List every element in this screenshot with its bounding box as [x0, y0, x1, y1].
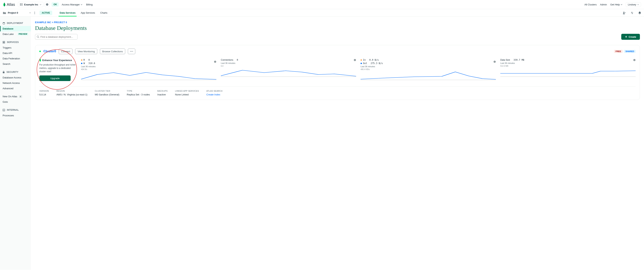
status-ok-badge: OK: [52, 3, 59, 7]
sidebar-item-search[interactable]: Search: [0, 61, 31, 67]
meta-atlas-search: ATLAS SEARCH Create Index: [206, 90, 222, 96]
tab-data-services[interactable]: Data Services: [60, 9, 76, 17]
dots-vertical-icon: [34, 12, 35, 14]
sidebar-section-services: SERVICES: [0, 39, 31, 45]
internal-icon: [2, 109, 5, 111]
sparkline-connections: [221, 67, 356, 77]
sparkline-size: [500, 67, 636, 77]
sidebar-item-data-lake[interactable]: Data Lake PREVIEW: [0, 31, 31, 37]
preview-badge: PREVIEW: [18, 33, 28, 36]
svg-point-10: [3, 22, 5, 23]
count-badge: 4: [19, 95, 22, 98]
sparkline-rw: [81, 71, 216, 80]
gear-icon: [46, 3, 48, 6]
svg-point-18: [132, 51, 133, 52]
dots-horizontal-icon: [130, 51, 133, 52]
bell-icon[interactable]: [638, 11, 641, 14]
sidebar-item-processes[interactable]: Processes: [0, 113, 31, 118]
org-settings-button[interactable]: [44, 2, 50, 7]
deployment-search-input[interactable]: [40, 36, 76, 38]
main-content: EXAMPLE INC > PROJECT 0 Database Deploym…: [31, 17, 644, 270]
database-icon: [2, 22, 5, 25]
project-status-badge: ACTIVE: [40, 11, 52, 15]
project-name: Project 0: [8, 11, 18, 14]
project-selector[interactable]: Project 0: [3, 11, 31, 14]
info-icon[interactable]: [354, 59, 356, 61]
sidebar-section-deployment: DEPLOYMENT: [0, 20, 31, 26]
svg-rect-13: [3, 72, 4, 73]
sidebar-item-new-on-atlas[interactable]: New On Atlas 4: [0, 94, 31, 99]
cluster-more-button[interactable]: [128, 49, 135, 54]
sidebar-section-security: SECURITY: [0, 69, 31, 75]
cluster-status-dot: [39, 51, 41, 52]
metric-io: In 0.0 B/s Out 275.3 B/s Last 36 minutes…: [360, 59, 496, 81]
svg-point-7: [34, 13, 35, 13]
svg-point-8: [34, 14, 35, 14]
create-button[interactable]: Create: [621, 34, 640, 40]
leaf-icon: [3, 3, 6, 7]
user-menu[interactable]: Lindsey: [626, 2, 641, 7]
info-icon[interactable]: [633, 59, 636, 61]
cluster-card: Cluster0 Connect View Monitoring Browse …: [35, 45, 640, 100]
meta-type: TYPE Replica Set - 3 nodes: [127, 90, 150, 96]
invite-user-icon[interactable]: [623, 11, 626, 14]
info-icon[interactable]: [494, 61, 496, 63]
chevron-down-icon: [621, 4, 622, 6]
upgrade-button[interactable]: Upgrade: [39, 75, 70, 81]
sidebar-item-goto[interactable]: Goto: [0, 99, 31, 104]
all-clusters-link[interactable]: All Clusters: [584, 3, 597, 6]
sidebar: DEPLOYMENT Database Data Lake PREVIEW SE…: [0, 17, 31, 270]
breadcrumb-project[interactable]: PROJECT 0: [54, 21, 67, 24]
sidebar-section-internal: INTERNAL: [0, 107, 31, 113]
admin-link[interactable]: Admin: [600, 3, 607, 6]
sidebar-item-advanced[interactable]: Advanced: [0, 86, 31, 91]
top-right: All Clusters Admin Get Help Lindsey: [584, 2, 641, 7]
chevron-down-icon: [637, 4, 639, 6]
sidebar-item-db-access[interactable]: Database Access: [0, 75, 31, 80]
access-manager-menu[interactable]: Access Manager: [62, 3, 82, 6]
sidebar-item-triggers[interactable]: Triggers: [0, 45, 31, 50]
meta-linked: LINKED APP SERVICES None Linked: [175, 90, 199, 96]
org-icon: [20, 3, 22, 6]
leaf-icon: [39, 59, 41, 62]
shared-badge: SHARED: [624, 50, 636, 53]
tab-app-services[interactable]: App Services: [81, 9, 95, 17]
svg-point-17: [131, 51, 132, 52]
chevron-down-icon: [40, 4, 41, 6]
enhance-text: For production throughput and richer met…: [39, 63, 76, 73]
project-actions-button[interactable]: [32, 10, 37, 16]
folder-icon: [3, 12, 6, 14]
enhance-panel: Enhance Your Experience For production t…: [39, 59, 76, 81]
metric-connections: Connections 0 Last 36 minutes 6.0: [221, 59, 356, 77]
svg-rect-2: [20, 4, 21, 5]
brand-logo[interactable]: Atlas: [3, 3, 15, 7]
topbar: Atlas Example Inc OK Access Manager Bill…: [0, 0, 644, 9]
sparkline-io: [360, 71, 496, 80]
metric-rw: R 0 W 310.6 Last 36 minutes 404.9/s: [81, 59, 216, 81]
meta-backups: BACKUPS Inactive: [158, 90, 168, 96]
tab-charts[interactable]: Charts: [100, 9, 107, 17]
sidebar-item-data-api[interactable]: Data API: [0, 50, 31, 56]
org-selector[interactable]: Example Inc: [18, 2, 44, 7]
sidebar-item-data-federation[interactable]: Data Federation: [0, 56, 31, 61]
sidebar-item-database[interactable]: Database: [0, 26, 31, 31]
browse-collections-button[interactable]: Browse Collections: [100, 49, 126, 54]
connect-button[interactable]: Connect: [59, 49, 72, 54]
view-monitoring-button[interactable]: View Monitoring: [75, 49, 97, 54]
page-title: Database Deployments: [35, 25, 640, 31]
activity-icon[interactable]: [630, 11, 634, 14]
billing-link[interactable]: Billing: [86, 3, 92, 6]
svg-rect-0: [20, 3, 21, 4]
brand-name: Atlas: [7, 3, 15, 7]
sidebar-item-net-access[interactable]: Network Access: [0, 80, 31, 86]
cluster-name-link[interactable]: Cluster0: [44, 50, 56, 53]
project-tabs: Data Services App Services Charts: [60, 9, 107, 17]
deployment-search[interactable]: [35, 34, 78, 40]
info-icon[interactable]: [214, 61, 216, 63]
project-icons: [623, 11, 641, 14]
search-icon: [37, 36, 39, 38]
chevron-down-icon: [29, 12, 31, 14]
create-index-link[interactable]: Create Index: [206, 93, 222, 96]
get-help-menu[interactable]: Get Help: [610, 3, 622, 6]
breadcrumb-org[interactable]: EXAMPLE INC: [35, 21, 51, 24]
